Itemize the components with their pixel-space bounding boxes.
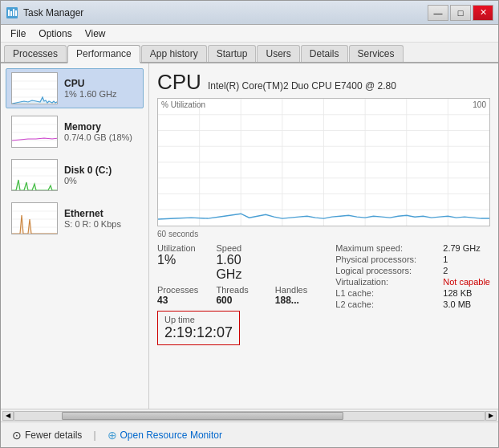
- threads-stat: Threads 600: [216, 285, 270, 306]
- processes-label: Processes: [157, 285, 211, 295]
- title-bar: Task Manager — □ ✕: [1, 1, 498, 25]
- tab-startup[interactable]: Startup: [208, 45, 257, 62]
- logical-proc-label: Logical processors:: [335, 266, 440, 275]
- horizontal-scrollbar[interactable]: ◀ ▶: [1, 409, 498, 422]
- memory-value: 0.7/4.0 GB (18%): [64, 132, 138, 142]
- l1-cache-value: 128 KB: [443, 288, 472, 298]
- scroll-right-button[interactable]: ▶: [485, 411, 497, 421]
- ethernet-info: Ethernet S: 0 R: 0 Kbps: [64, 208, 138, 229]
- window-title: Task Manager: [23, 7, 83, 18]
- tab-performance[interactable]: Performance: [67, 45, 140, 63]
- l1-cache-row: L1 cache: 128 KB: [335, 288, 490, 298]
- disk-name: Disk 0 (C:): [64, 165, 138, 176]
- svg-rect-9: [12, 116, 58, 148]
- l2-cache-label: L2 cache:: [335, 299, 440, 309]
- utilization-stat: Utilization 1%: [157, 243, 211, 282]
- right-panel: CPU Intel(R) Core(TM)2 Duo CPU E7400 @ 2…: [149, 63, 498, 409]
- scrollbar-thumb[interactable]: [62, 412, 344, 420]
- menu-view[interactable]: View: [79, 26, 112, 41]
- svg-rect-4: [15, 10, 17, 16]
- maximize-button[interactable]: □: [450, 5, 471, 21]
- cpu-name: CPU: [64, 78, 138, 89]
- sidebar-item-cpu[interactable]: CPU 1% 1.60 GHz: [6, 68, 144, 108]
- uptime-label: Up time: [164, 315, 233, 324]
- disk-info: Disk 0 (C:) 0%: [64, 165, 138, 185]
- cpu-value: 1% 1.60 GHz: [64, 89, 138, 99]
- speed-stat: Speed 1.60 GHz: [216, 243, 270, 282]
- open-resource-monitor-button[interactable]: ⊕ Open Resource Monitor: [104, 427, 225, 443]
- graph-y-label: % Utilization: [161, 100, 205, 109]
- resource-monitor-icon: ⊕: [108, 429, 117, 442]
- left-panel: CPU 1% 1.60 GHz Memory 0.: [1, 63, 149, 409]
- processes-value: 43: [157, 295, 211, 306]
- max-speed-label: Maximum speed:: [335, 243, 440, 253]
- sidebar-item-memory[interactable]: Memory 0.7/4.0 GB (18%): [6, 112, 144, 152]
- l1-cache-label: L1 cache:: [335, 288, 440, 298]
- main-content: CPU 1% 1.60 GHz Memory 0.: [1, 63, 498, 409]
- cpu-detail-title: CPU: [157, 70, 201, 95]
- ethernet-name: Ethernet: [64, 208, 138, 219]
- graph-y-max: 100: [473, 100, 486, 109]
- virtualization-row: Virtualization: Not capable: [335, 277, 490, 287]
- disk-value: 0%: [64, 176, 138, 185]
- app-icon: [6, 6, 18, 19]
- tab-processes[interactable]: Processes: [4, 45, 67, 62]
- close-button[interactable]: ✕: [473, 5, 493, 21]
- cpu-mini-graph: [11, 72, 58, 104]
- scroll-left-button[interactable]: ◀: [2, 411, 14, 421]
- utilization-value: 1%: [157, 253, 211, 267]
- svg-rect-2: [10, 11, 12, 16]
- memory-info: Memory 0.7/4.0 GB (18%): [64, 121, 138, 142]
- scrollbar-track[interactable]: [14, 411, 485, 421]
- threads-value: 600: [216, 295, 270, 306]
- cpu-header: CPU Intel(R) Core(TM)2 Duo CPU E7400 @ 2…: [157, 70, 490, 95]
- handles-label: Handles: [275, 285, 329, 295]
- max-speed-value: 2.79 GHz: [443, 243, 480, 253]
- memory-name: Memory: [64, 121, 138, 132]
- tab-users[interactable]: Users: [257, 45, 299, 62]
- speed-value: 1.60 GHz: [216, 253, 270, 282]
- menu-file[interactable]: File: [4, 26, 32, 41]
- svg-rect-1: [8, 10, 10, 16]
- ethernet-mini-graph: [11, 202, 58, 234]
- disk-mini-graph: [11, 159, 58, 191]
- uptime-box: Up time 2:19:12:07: [157, 311, 240, 345]
- cpu-graph-area: % Utilization 100: [157, 98, 490, 226]
- tab-app-history[interactable]: App history: [141, 45, 207, 62]
- footer-divider: |: [93, 430, 95, 441]
- menu-options[interactable]: Options: [32, 26, 78, 41]
- ethernet-value: S: 0 R: 0 Kbps: [64, 219, 138, 229]
- cpu-info: CPU 1% 1.60 GHz: [64, 78, 138, 99]
- footer: ⊙ Fewer details | ⊕ Open Resource Monito…: [1, 422, 498, 447]
- l2-cache-row: L2 cache: 3.0 MB: [335, 299, 490, 309]
- fewer-details-button[interactable]: ⊙ Fewer details: [9, 427, 85, 443]
- handles-value: 188...: [275, 295, 329, 306]
- virtualization-label: Virtualization:: [335, 277, 440, 287]
- processes-stat: Processes 43: [157, 285, 211, 306]
- menu-bar: File Options View: [1, 25, 498, 43]
- tab-details[interactable]: Details: [301, 45, 348, 62]
- window-controls: — □ ✕: [428, 5, 493, 21]
- physical-proc-row: Physical processors: 1: [335, 255, 490, 264]
- physical-proc-value: 1: [443, 255, 448, 264]
- physical-proc-label: Physical processors:: [335, 255, 440, 264]
- side-stats: Maximum speed: 2.79 GHz Physical process…: [335, 243, 490, 345]
- threads-label: Threads: [216, 285, 270, 295]
- svg-rect-17: [12, 203, 58, 234]
- handles-stat: Handles 188...: [275, 285, 329, 306]
- open-resource-monitor-label: Open Resource Monitor: [120, 430, 222, 441]
- logical-proc-value: 2: [443, 266, 448, 275]
- minimize-button[interactable]: —: [428, 5, 448, 21]
- sidebar-item-ethernet[interactable]: Ethernet S: 0 R: 0 Kbps: [6, 198, 144, 238]
- sidebar-item-disk[interactable]: Disk 0 (C:) 0%: [6, 155, 144, 195]
- max-speed-row: Maximum speed: 2.79 GHz: [335, 243, 490, 253]
- uptime-value: 2:19:12:07: [164, 324, 233, 341]
- tab-services[interactable]: Services: [349, 45, 404, 62]
- fewer-details-icon: ⊙: [12, 429, 22, 442]
- task-manager-window: Task Manager — □ ✕ File Options View Pro…: [0, 0, 499, 448]
- virtualization-value: Not capable: [443, 277, 490, 287]
- memory-mini-graph: [11, 116, 58, 148]
- tab-bar: Processes Performance App history Startu…: [1, 43, 498, 63]
- graph-x-label: 60 seconds: [157, 230, 490, 238]
- logical-proc-row: Logical processors: 2: [335, 266, 490, 275]
